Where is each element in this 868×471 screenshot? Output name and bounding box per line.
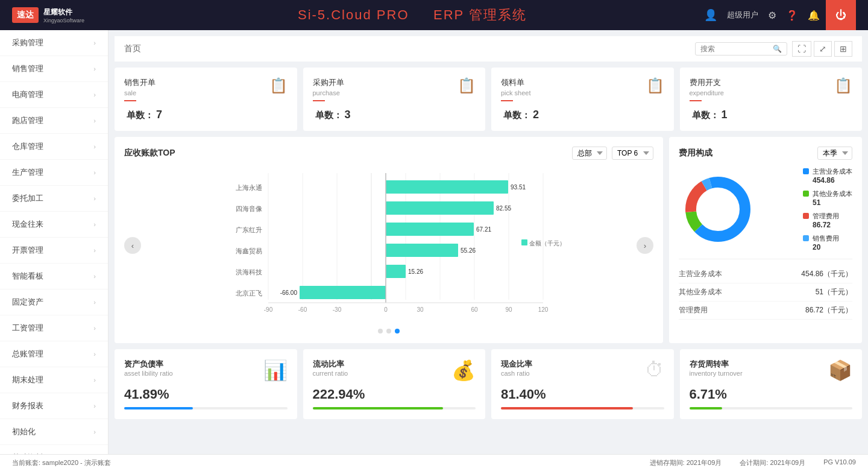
power-button[interactable]: ⏻ [826,0,856,30]
username-label: 超级用户 [727,10,758,21]
grid-button[interactable]: ⊞ [834,41,852,57]
legend-item-sales: 销售费用 20 [803,234,852,251]
kpi-line [124,100,136,101]
bkpi-bar-fill [313,407,443,409]
chevron-icon: › [93,247,96,254]
sidebar-item-ecommerce[interactable]: 电商管理 › [0,82,108,108]
kpi-count: 单数：3 [313,109,476,121]
bkpi-bar-fill [501,407,633,409]
settings-icon[interactable]: ⚙ [768,10,776,21]
svg-text:60: 60 [471,306,478,313]
bkpi-title: 资产负债率 [124,359,173,370]
help-icon[interactable]: ❓ [786,10,798,21]
bkpi-value: 6.71% [690,387,853,402]
dot-3[interactable] [395,329,400,333]
sidebar-item-reports[interactable]: 财务报表 › [0,393,108,419]
svg-text:-30: -30 [333,306,342,313]
legend-value: 20 [813,243,839,251]
svg-rect-17 [386,201,494,215]
svg-text:82.55: 82.55 [496,205,511,212]
chevron-icon: › [93,143,96,150]
chevron-icon: › [93,324,96,332]
chart-nav-right[interactable]: › [637,237,653,254]
bkpi-icon: 💰 [451,359,476,382]
svg-text:-66.00: -66.00 [280,289,298,296]
chevron-icon: › [93,273,96,280]
kpi-line [690,100,702,101]
ar-chart-panel: 应收账款TOP 总部 TOP 6 ‹ › [115,137,663,343]
svg-text:广东红升: 广东红升 [236,226,262,233]
chevron-icon: › [93,428,96,435]
kpi-subtitle: pick sheet [501,89,664,96]
svg-text:30: 30 [417,306,424,313]
chevron-icon: › [93,402,96,409]
sidebar-item-purchase[interactable]: 采购管理 › [0,30,108,56]
search-input[interactable] [700,45,773,53]
bkpi-value: 41.89% [124,387,288,402]
kpi-card-purchase: 采购开单 purchase 📋 单数：3 [303,68,486,131]
chevron-icon: › [93,221,96,228]
accounting-label: 会计期间: 2021年09月 [740,458,805,467]
svg-text:15.26: 15.26 [408,268,423,275]
sidebar-item-dashboard[interactable]: 智能看板 › [0,264,108,289]
layout: 采购管理 › 销售管理 › 电商管理 › 跑店管理 › 仓库管理 › 生产管理 … [0,30,868,471]
main-content: 首页 🔍 ⛶ ⤢ ⊞ 销售开单 sale 📋 [108,30,868,471]
kpi-subtitle: expenditure [690,89,853,96]
cost-row-mgmt: 管理费用 86.72（千元） [679,302,852,320]
fullscreen-button[interactable]: ⛶ [792,41,811,57]
sidebar-item-outsource[interactable]: 委托加工 › [0,186,108,212]
expand-button[interactable]: ⤢ [814,41,832,57]
chevron-icon: › [93,91,96,98]
sidebar-item-invoice[interactable]: 开票管理 › [0,238,108,264]
bkpi-bar [690,407,853,409]
bkpi-card-cash: 现金比率 cash ratio ⏱ 81.40% [491,349,674,419]
sidebar-item-warehouse[interactable]: 仓库管理 › [0,134,108,160]
kpi-line [501,100,513,101]
sidebar-item-payroll[interactable]: 工资管理 › [0,315,108,341]
department-select[interactable]: 总部 [572,147,607,160]
chevron-icon: › [93,117,96,124]
chevron-icon: › [93,39,96,46]
status-bar: 当前账套: sample2020 - 演示账套 进销存期间: 2021年09月 … [0,454,868,471]
legend-label: 其他业务成本 [813,189,852,198]
legend-dot-main [803,168,809,174]
sidebar-item-period-end[interactable]: 期末处理 › [0,367,108,393]
dot-2[interactable] [386,329,391,333]
bkpi-bar [124,407,288,409]
cost-value: 454.86（千元） [801,269,852,279]
sidebar-item-cashflow[interactable]: 现金往来 › [0,212,108,238]
bkpi-bar [501,407,664,409]
legend-value: 86.72 [813,221,839,229]
top-bar-right: 🔍 ⛶ ⤢ ⊞ [695,41,852,57]
svg-text:北京正飞: 北京正飞 [236,289,262,297]
notification-icon[interactable]: 🔔 [808,10,820,21]
cost-breakdown-list: 主营业务成本 454.86（千元） 其他业务成本 51（千元） 管理费用 86.… [679,259,852,320]
user-icon: 👤 [704,8,717,22]
cost-header: 费用构成 本季 本月 本年 [679,147,852,160]
chart-nav-left[interactable]: ‹ [124,237,141,254]
legend-dot-other [803,191,809,197]
chevron-icon: › [93,299,96,306]
sidebar-item-assets[interactable]: 固定资产 › [0,289,108,315]
period-label: 进销存期间: 2021年09月 [650,458,722,467]
top-select[interactable]: TOP 6 [612,147,653,160]
header: 速达 星耀软件 XingyaoSoftware Si-5.Cloud PRO E… [0,0,868,30]
bkpi-title: 流动比率 [313,359,348,370]
svg-text:55.26: 55.26 [461,247,476,254]
kpi-line [313,100,325,101]
bkpi-card-inventory: 存货周转率 inventory turnover 📦 6.71% [680,349,863,419]
sidebar-item-sales[interactable]: 销售管理 › [0,56,108,82]
legend-label: 管理费用 [813,212,839,221]
svg-text:海鑫贸易: 海鑫贸易 [236,247,262,254]
dot-1[interactable] [378,329,383,333]
sidebar-item-production[interactable]: 生产管理 › [0,160,108,186]
sidebar-item-init[interactable]: 初始化 › [0,419,108,445]
season-select[interactable]: 本季 本月 本年 [817,147,852,160]
kpi-count: 单数：1 [690,109,853,121]
sidebar-item-store[interactable]: 跑店管理 › [0,108,108,134]
sidebar-item-ledger[interactable]: 总账管理 › [0,341,108,367]
donut-chart-svg [679,170,757,248]
legend-label: 销售费用 [813,234,839,243]
svg-text:洪海科技: 洪海科技 [236,268,262,276]
search-box[interactable]: 🔍 [695,42,787,55]
